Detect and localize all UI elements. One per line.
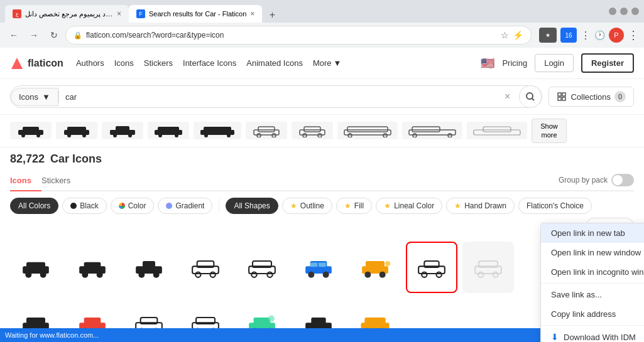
collections-button[interactable]: Collections 0	[548, 87, 634, 107]
svg-rect-69	[310, 262, 318, 267]
show-more-button[interactable]: Showmore	[532, 119, 567, 143]
svg-point-60	[210, 272, 216, 277]
minimize-button[interactable]	[609, 8, 616, 15]
svg-rect-16	[116, 126, 129, 132]
icon-cell-3[interactable]	[123, 242, 175, 293]
icon-cell-1[interactable]	[10, 242, 62, 293]
fill-star-icon: ★	[344, 201, 351, 210]
filter-all-colors[interactable]: All Colors	[10, 198, 58, 214]
svg-rect-20	[158, 127, 179, 132]
context-menu-save-link[interactable]: Save link as...	[541, 285, 644, 304]
nav-pricing[interactable]: Pricing	[502, 58, 527, 68]
svg-rect-101	[254, 318, 271, 324]
svg-point-48	[40, 271, 46, 277]
filter-lineal-color[interactable]: ★ Lineal Color	[376, 198, 442, 214]
clear-search-button[interactable]: ×	[505, 91, 510, 102]
icon-cell-2[interactable]	[67, 242, 118, 293]
star-icon[interactable]: ☆	[501, 30, 509, 40]
tabs-row: Icons Stickers Group by pack	[10, 171, 634, 191]
context-menu-open-new-window[interactable]: Open link in new window	[541, 243, 644, 262]
nav-stickers[interactable]: Stickers	[144, 58, 173, 68]
apps-icon[interactable]: ⋮	[581, 29, 591, 41]
flag-icon[interactable]: 🇺🇸	[481, 56, 494, 70]
history-icon[interactable]: 🕐	[594, 30, 605, 40]
icon-cell-9[interactable]	[462, 242, 514, 293]
svg-point-67	[308, 271, 314, 277]
icon-cell-5[interactable]	[236, 242, 288, 293]
filter-chip-6[interactable]	[246, 122, 287, 139]
svg-point-82	[478, 272, 483, 277]
collections-count: 0	[614, 91, 626, 102]
menu-icon[interactable]: ⋮	[628, 28, 639, 42]
filter-chip-1[interactable]	[10, 122, 52, 139]
svg-rect-50	[84, 262, 101, 268]
svg-rect-32	[304, 127, 320, 132]
browser-tab-2[interactable]: F Search results for Car - Flaticon ×	[129, 5, 262, 23]
forward-button[interactable]: →	[25, 26, 43, 44]
filter-color[interactable]: Color	[111, 198, 155, 214]
refresh-button[interactable]: ↻	[45, 26, 63, 44]
filter-chip-5[interactable]	[194, 122, 241, 139]
browser-top-bar: ع دانلود پریمیوم مرجع تخصص دانل... × F S…	[0, 0, 644, 23]
back-button[interactable]: ←	[5, 26, 23, 44]
extensions-badge[interactable]: ★	[539, 28, 557, 43]
filter-flaticons-choice[interactable]: Flaticon's Choice	[518, 198, 592, 214]
svg-rect-89	[84, 318, 101, 324]
fill-label: Fill	[354, 201, 364, 210]
filter-chip-9[interactable]	[402, 122, 462, 139]
nav-interface-icons[interactable]: Interface Icons	[183, 58, 236, 68]
icon-cell-8[interactable]	[406, 242, 457, 293]
svg-rect-8	[23, 127, 39, 132]
filter-black[interactable]: Black	[62, 198, 106, 214]
context-menu-open-new-tab[interactable]: Open link in new tab	[541, 223, 644, 243]
extensions-icon[interactable]: ⚡	[513, 30, 523, 40]
filter-outline[interactable]: ★ Outline	[282, 198, 332, 214]
context-menu-download-idm[interactable]: ⬇ Download With IDM	[541, 327, 644, 342]
filter-gradient[interactable]: Gradient	[158, 198, 212, 214]
filter-all-shapes[interactable]: All Shapes	[226, 198, 278, 214]
tab-stickers[interactable]: Stickers	[41, 171, 80, 191]
nav-icons[interactable]: Icons	[114, 58, 134, 68]
svg-rect-85	[26, 318, 45, 324]
filter-chip-7[interactable]	[292, 122, 333, 139]
filter-chip-8[interactable]	[337, 122, 398, 139]
filter-chip-4[interactable]	[148, 122, 189, 139]
nav-animated-icons[interactable]: Animated Icons	[246, 58, 303, 68]
icon-cell-4[interactable]	[180, 242, 231, 293]
browser-tab-1[interactable]: ع دانلود پریمیوم مرجع تخصص دانل... ×	[5, 5, 129, 23]
maximize-button[interactable]	[620, 8, 628, 15]
search-type-dropdown[interactable]: Icons ▼	[11, 88, 58, 106]
svg-rect-3	[558, 93, 561, 96]
close-window-button[interactable]	[631, 8, 639, 15]
tab-icons[interactable]: Icons	[10, 171, 41, 191]
filter-chip-2[interactable]	[56, 122, 97, 139]
flaticon-logo[interactable]: flaticon	[10, 56, 63, 70]
nav-more[interactable]: More▼	[313, 58, 342, 68]
svg-point-47	[25, 271, 31, 277]
new-tab-button[interactable]: +	[265, 8, 280, 23]
open-incognito-label: Open link in incognito window	[551, 267, 644, 277]
address-bar[interactable]: 🔒 flaticon.com/search?word=car&type=icon…	[65, 26, 532, 45]
search-type-label: Icons	[19, 92, 38, 102]
hand-drawn-label: Hand Drawn	[464, 201, 506, 210]
results-title: 82,722 Car Icons	[10, 152, 634, 166]
register-button[interactable]: Register	[581, 53, 634, 73]
icon-cell-6[interactable]	[293, 242, 344, 293]
tab2-close[interactable]: ×	[250, 9, 254, 18]
search-button[interactable]	[519, 85, 542, 108]
login-button[interactable]: Login	[535, 54, 574, 72]
tab1-close[interactable]: ×	[117, 9, 121, 18]
filter-hand-drawn[interactable]: ★ Hand Drawn	[446, 198, 515, 214]
filter-fill[interactable]: ★ Fill	[336, 198, 372, 214]
nav-authors[interactable]: Authors	[76, 58, 104, 68]
profile-avatar[interactable]: P	[609, 28, 624, 43]
notifications-badge[interactable]: 16	[560, 28, 577, 43]
group-by-pack-toggle[interactable]	[611, 174, 634, 186]
context-menu-copy-link[interactable]: Copy link address	[541, 304, 644, 324]
toggle-knob	[613, 175, 623, 185]
filter-chip-3[interactable]	[102, 122, 143, 139]
filter-chip-10[interactable]	[467, 122, 527, 139]
context-menu-open-incognito[interactable]: Open link in incognito window	[541, 262, 644, 282]
icon-cell-7[interactable]	[349, 242, 401, 293]
search-input[interactable]	[59, 92, 505, 102]
